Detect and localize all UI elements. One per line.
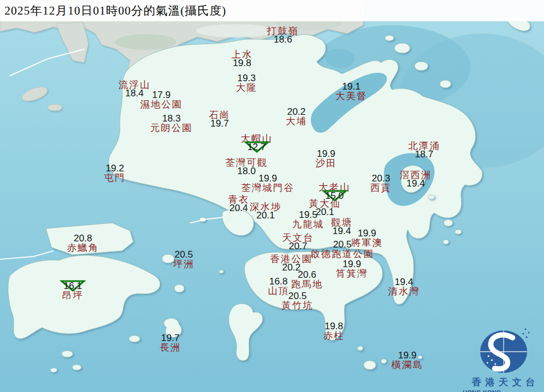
station-name-label: 赤鱲角 (67, 243, 99, 252)
station-temperature-value: 19.9 (258, 174, 277, 183)
station: 19.9筲箕灣 (336, 260, 368, 278)
station-name-label: 昂坪 (62, 291, 83, 300)
station-temperature-value: 19.8 (324, 322, 343, 331)
station: 20.5坪洲 (173, 250, 194, 268)
station: 16.1昂坪 (62, 282, 83, 300)
station: 打鼓嶺18.6 (267, 26, 299, 44)
station-name-label: 大埔 (286, 116, 307, 125)
station-name-label: 跑馬地 (291, 279, 323, 288)
station: 20.2大埔 (286, 108, 307, 125)
station: 20.3西貢 (370, 174, 392, 192)
station-temperature-value: 20.4 (229, 204, 248, 213)
station: 上水19.8 (231, 50, 253, 68)
station-temperature-value: 20.3 (371, 174, 390, 183)
station: 天文台20.7 (282, 233, 314, 251)
station: 19.9橫瀾島 (392, 351, 424, 369)
station-name-label: 屯門 (104, 173, 125, 182)
station-temperature-value: 19.4 (332, 227, 351, 236)
temperature-map-screen: 2025年12月10日01時00分的氣溫(攝氏度) 打鼓嶺18.6上水19.81… (0, 0, 544, 392)
station-name-label: 赤柱 (323, 331, 345, 340)
station-name-label: 濕地公園 (140, 100, 183, 109)
green-triangle-marker-icon (60, 280, 86, 292)
station-temperature-value: 19.9 (357, 229, 376, 238)
station-name-label: 啟德跑道公園 (310, 249, 374, 258)
station-temperature-value: 18.6 (273, 35, 292, 44)
station-temperature-value: 20.5 (288, 292, 306, 301)
station-temperature-value: 19.8 (233, 59, 251, 68)
station-temperature-value: 16.8 (269, 277, 287, 286)
station-temperature-value: 19.3 (237, 74, 255, 83)
station: 19.9荃灣城門谷 (241, 174, 295, 192)
station: 18.3元朗公園 (150, 114, 193, 132)
station-name-label: 筲箕灣 (336, 269, 368, 278)
station-temperature-value: 18.7 (415, 150, 433, 159)
station-temperature-value: 20.5 (174, 250, 193, 259)
station-temperature-value: 17.9 (152, 91, 170, 100)
station: 青衣20.4 (228, 195, 249, 213)
station: 觀塘19.4 (331, 218, 352, 236)
station-temperature-value: 20.5 (333, 240, 351, 249)
station-temperature-value: 19.4 (394, 278, 413, 287)
station: 19.7長洲 (160, 334, 181, 352)
station: 20.8赤鱲角 (67, 234, 99, 252)
station-temperature-value: 12.7 (247, 143, 266, 152)
station: 滘西洲19.4 (400, 170, 432, 188)
page-title: 2025年12月10日01時00分的氣溫(攝氏度) (4, 3, 226, 18)
station-name-label: 荃灣城門谷 (241, 183, 295, 192)
station: 北潭涌18.7 (408, 141, 440, 159)
station-temperature-value: 20.1 (256, 211, 275, 220)
station: 石崗19.7 (209, 110, 230, 128)
station: 19.5九龍城 (292, 211, 324, 228)
station-temperature-value: 19.5 (299, 211, 317, 220)
station-temperature-value: 20.2 (287, 108, 305, 116)
station: 17.9濕地公園 (140, 91, 183, 109)
station-temperature-value: 19.9 (317, 150, 335, 158)
station-name-label: 九龍城 (292, 220, 324, 228)
station: 深水埗20.1 (250, 202, 282, 220)
station: 19.8赤柱 (323, 322, 345, 340)
station: 19.1大美督 (336, 82, 368, 100)
station-temperature-value: 19.9 (398, 351, 416, 360)
station-name-label: 橫瀾島 (392, 360, 424, 369)
station: 19.9沙田 (315, 150, 337, 167)
station-name-label: 黃竹坑 (282, 301, 314, 310)
station-name-label: 沙田 (315, 158, 337, 167)
station: 20.5黃竹坑 (282, 292, 314, 310)
station-name-label: 元朗公園 (150, 123, 193, 132)
station: 20.6跑馬地 (291, 270, 323, 288)
station-temperature-value: 20.7 (289, 242, 307, 251)
title-bar: 2025年12月10日01時00分的氣溫(攝氏度) (0, 0, 544, 21)
station-temperature-value: 19.1 (342, 82, 360, 91)
station-temperature-value: 19.7 (210, 119, 229, 128)
station-temperature-value: 19.7 (161, 334, 179, 343)
station-temperature-value: 19.9 (342, 260, 361, 269)
green-triangle-marker-icon (244, 141, 269, 153)
station-name-label: 坪洲 (173, 259, 194, 268)
station-temperature-value: 19.4 (406, 179, 425, 188)
station: 20.5啟德跑道公園 (310, 240, 374, 258)
station-temperature-value: 18.3 (162, 114, 180, 123)
station: 19.4清水灣 (388, 278, 420, 296)
observatory-logo: 香港天文台 HONG KONG OBSERVATORY (463, 327, 544, 392)
observatory-name-english: HONG KONG OBSERVATORY (463, 389, 544, 392)
station-temperature-value: 20.6 (297, 270, 316, 279)
station-name-label: 大隴 (236, 83, 257, 92)
station-temperature-value: 20.8 (73, 234, 92, 243)
station-name-label: 清水灣 (388, 287, 420, 296)
station-name-label: 大美督 (336, 91, 368, 100)
station-name-label: 長洲 (160, 343, 181, 352)
station-name-label: 西貢 (370, 183, 392, 192)
station: 19.3大隴 (236, 74, 257, 92)
station: 大帽山12.7 (241, 134, 273, 152)
station-temperature-value: 19.2 (105, 164, 124, 173)
observatory-name-chinese: 香港天文台 (468, 376, 539, 389)
station-temperature-value: 16.1 (63, 282, 82, 291)
station: 19.2屯門 (104, 164, 125, 182)
